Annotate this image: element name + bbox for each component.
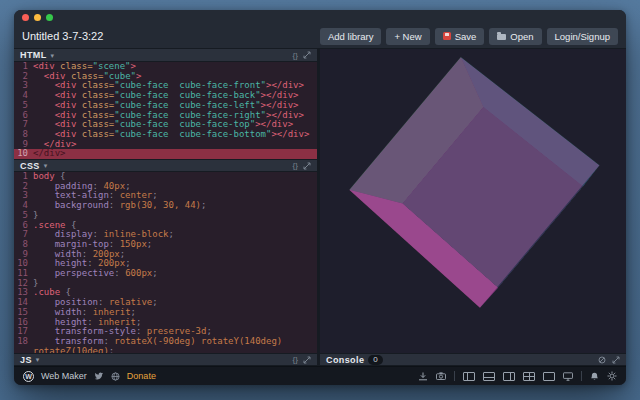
css-panel-header[interactable]: CSS ▾ { } bbox=[14, 159, 317, 172]
website-icon[interactable] bbox=[111, 372, 120, 381]
donate-link[interactable]: Donate bbox=[127, 371, 156, 381]
code-line[interactable]: 11 perspective: 600px; bbox=[14, 269, 317, 279]
format-code-icon[interactable]: { } bbox=[292, 51, 297, 60]
js-panel-label: JS bbox=[20, 355, 32, 365]
preview-cube bbox=[405, 123, 541, 237]
divider bbox=[581, 371, 582, 381]
cube-face-top bbox=[349, 57, 599, 308]
divider bbox=[454, 371, 455, 381]
chevron-down-icon[interactable]: ▾ bbox=[51, 52, 55, 59]
login-label: Login/Signup bbox=[555, 31, 610, 42]
brand-name: Web Maker bbox=[41, 371, 87, 381]
format-code-icon[interactable]: { } bbox=[292, 355, 297, 364]
notifications-bell-icon[interactable] bbox=[590, 372, 599, 381]
new-label: + New bbox=[394, 31, 421, 42]
open-label: Open bbox=[510, 31, 533, 42]
titlebar[interactable] bbox=[14, 10, 626, 24]
layout-split-bottom-icon[interactable] bbox=[483, 372, 495, 381]
expand-pane-icon[interactable] bbox=[612, 356, 620, 364]
minimize-window-button[interactable] bbox=[34, 14, 41, 21]
footer-bar: W Web Maker Donate bbox=[14, 366, 626, 385]
console-panel-label: Console bbox=[326, 355, 364, 365]
css-editor[interactable]: 1body {2 padding: 40px;3 text-align: cen… bbox=[14, 172, 317, 353]
web-maker-logo: W bbox=[23, 371, 34, 382]
zoom-window-button[interactable] bbox=[46, 14, 53, 21]
twitter-icon[interactable] bbox=[94, 372, 104, 381]
expand-pane-icon[interactable] bbox=[303, 51, 311, 59]
close-window-button[interactable] bbox=[22, 14, 29, 21]
clear-console-icon[interactable] bbox=[598, 356, 606, 364]
layout-full-icon[interactable] bbox=[543, 372, 555, 381]
folder-icon bbox=[497, 34, 506, 40]
code-line[interactable]: 10</div> bbox=[14, 149, 317, 159]
console-count-badge: 0 bbox=[368, 355, 382, 365]
layout-split-right-icon[interactable] bbox=[503, 372, 515, 381]
html-panel-label: HTML bbox=[20, 50, 47, 60]
add-library-label: Add library bbox=[328, 31, 373, 42]
html-editor[interactable]: 1<div class="scene">2 <div class="cube">… bbox=[14, 62, 317, 159]
format-code-icon[interactable]: { } bbox=[292, 161, 297, 170]
download-icon[interactable] bbox=[418, 372, 428, 381]
preview-scene bbox=[407, 113, 557, 263]
main-area: HTML ▾ { } 1<div class="scene">2 <div cl… bbox=[14, 49, 626, 366]
toolbar: Untitled 3-7-3:22 Add library + New Save… bbox=[14, 24, 626, 49]
console-panel-header[interactable]: Console 0 bbox=[320, 353, 626, 366]
expand-pane-icon[interactable] bbox=[303, 162, 311, 170]
expand-pane-icon[interactable] bbox=[303, 356, 311, 364]
detach-preview-icon[interactable] bbox=[563, 372, 573, 381]
add-library-button[interactable]: Add library bbox=[320, 28, 381, 45]
code-line[interactable]: 4 background: rgb(30, 30, 44); bbox=[14, 201, 317, 211]
chevron-down-icon[interactable]: ▾ bbox=[36, 356, 40, 363]
css-panel-label: CSS bbox=[20, 161, 40, 171]
login-signup-button[interactable]: Login/Signup bbox=[547, 28, 618, 45]
document-title: Untitled 3-7-3:22 bbox=[22, 30, 315, 42]
save-label: Save bbox=[455, 31, 477, 42]
save-button[interactable]: Save bbox=[435, 28, 485, 45]
settings-gear-icon[interactable] bbox=[607, 371, 617, 381]
layout-split-left-icon[interactable] bbox=[463, 372, 475, 381]
app-window: Untitled 3-7-3:22 Add library + New Save… bbox=[14, 10, 626, 385]
preview-column: Console 0 bbox=[320, 49, 626, 366]
js-panel-header[interactable]: JS ▾ { } bbox=[14, 353, 317, 366]
preview-pane[interactable] bbox=[320, 49, 626, 353]
layout-grid-icon[interactable] bbox=[523, 372, 535, 381]
new-button[interactable]: + New bbox=[386, 28, 429, 45]
code-panes: HTML ▾ { } 1<div class="scene">2 <div cl… bbox=[14, 49, 317, 366]
chevron-down-icon[interactable]: ▾ bbox=[44, 162, 48, 169]
open-button[interactable]: Open bbox=[489, 28, 541, 45]
html-panel-header[interactable]: HTML ▾ { } bbox=[14, 49, 317, 62]
save-icon bbox=[443, 32, 451, 40]
screenshot-camera-icon[interactable] bbox=[436, 372, 446, 380]
